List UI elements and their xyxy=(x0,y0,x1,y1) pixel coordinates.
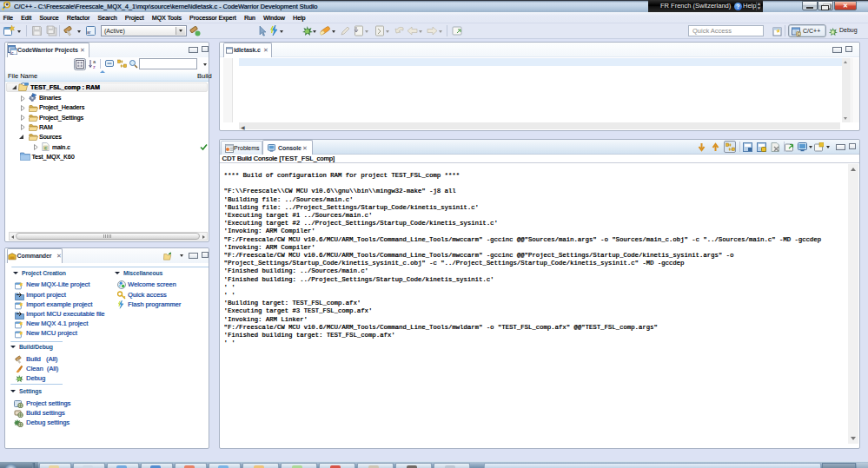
svg-text:ar: ar xyxy=(87,30,91,35)
svg-text:c: c xyxy=(44,145,47,150)
svg-text:z: z xyxy=(93,64,96,69)
